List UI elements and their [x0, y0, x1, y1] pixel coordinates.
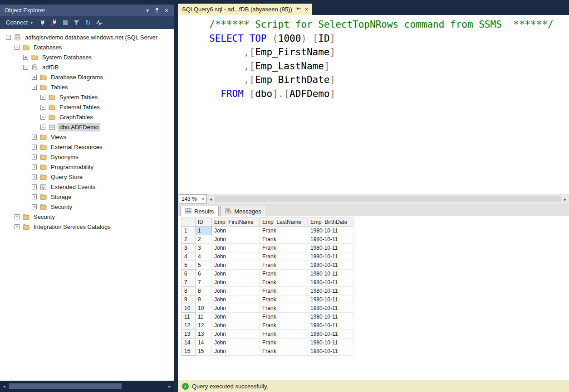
close-icon[interactable]: ×: [162, 6, 171, 15]
scroll-left-icon[interactable]: ◂: [0, 383, 8, 389]
scroll-right-icon[interactable]: ▸: [166, 383, 174, 389]
grid-cell[interactable]: 6: [196, 270, 212, 278]
grid-cell[interactable]: John: [212, 347, 260, 356]
row-number[interactable]: 5: [182, 261, 196, 270]
scrollbar-thumb[interactable]: [9, 383, 122, 389]
grid-cell[interactable]: 1980-10-11: [308, 235, 353, 244]
query-editor[interactable]: /****** Script for SelectTopNRows comman…: [178, 15, 569, 194]
expand-icon[interactable]: +: [40, 125, 45, 130]
expand-icon[interactable]: +: [32, 135, 37, 140]
scrollbar-track[interactable]: [8, 383, 166, 390]
grid-cell[interactable]: John: [212, 252, 260, 261]
connect-plug-icon[interactable]: [39, 19, 47, 27]
grid-cell[interactable]: Frank: [260, 304, 308, 313]
expand-icon[interactable]: +: [15, 224, 20, 229]
grid-cell[interactable]: 11: [196, 313, 212, 321]
row-number[interactable]: 11: [182, 313, 196, 321]
grid-cell[interactable]: 8: [196, 287, 212, 295]
grid-cell[interactable]: John: [212, 287, 260, 295]
row-number[interactable]: 15: [182, 347, 196, 356]
grid-cell[interactable]: John: [212, 313, 260, 321]
row-number[interactable]: 10: [182, 304, 196, 313]
grid-cell[interactable]: 7: [196, 278, 212, 287]
expand-icon[interactable]: +: [15, 214, 20, 219]
filter-icon[interactable]: [73, 19, 81, 27]
refresh-icon[interactable]: ↻: [84, 19, 92, 27]
grid-cell[interactable]: 1980-10-11: [308, 261, 353, 270]
grid-cell[interactable]: John: [212, 295, 260, 304]
tree-item-databases[interactable]: -Databases: [0, 42, 174, 52]
grid-cell[interactable]: Frank: [260, 235, 308, 244]
expand-icon[interactable]: +: [40, 115, 45, 120]
grid-cell[interactable]: Frank: [260, 252, 308, 261]
expand-icon[interactable]: +: [32, 145, 37, 150]
grid-cell[interactable]: 1980-10-11: [308, 270, 353, 278]
collapse-icon[interactable]: -: [23, 65, 28, 70]
grid-cell[interactable]: Frank: [260, 339, 308, 347]
grid-cell[interactable]: Frank: [260, 227, 308, 235]
grid-cell[interactable]: John: [212, 278, 260, 287]
grid-cell[interactable]: Frank: [260, 347, 308, 356]
tree-item-external-tables[interactable]: +External Tables: [0, 102, 174, 112]
grid-cell[interactable]: Frank: [260, 287, 308, 295]
grid-cell[interactable]: John: [212, 304, 260, 313]
expand-icon[interactable]: +: [32, 184, 37, 189]
close-icon[interactable]: ×: [305, 6, 309, 13]
tree-item-adfsqlsrvdemo-database-windows-net-sql-server[interactable]: -adfsqlsrvdemo.database.windows.net (SQL…: [0, 32, 174, 42]
tree-item-security[interactable]: +Security: [0, 212, 174, 222]
tree-item-system-tables[interactable]: +System Tables: [0, 92, 174, 102]
row-number[interactable]: 1: [182, 227, 196, 235]
row-number[interactable]: 14: [182, 339, 196, 347]
grid-cell[interactable]: Frank: [260, 295, 308, 304]
expand-icon[interactable]: +: [23, 55, 28, 60]
tab-sqlquery6[interactable]: SQLQuery6.sql - ad...fDB (ahyaseen (95))…: [178, 4, 312, 15]
grid-cell[interactable]: 1980-10-11: [308, 304, 353, 313]
grid-cell[interactable]: 1980-10-11: [308, 313, 353, 321]
grid-cell[interactable]: 5: [196, 261, 212, 270]
grid-cell[interactable]: 15: [196, 347, 212, 356]
tree-item-tables[interactable]: -Tables: [0, 82, 174, 92]
tree-item-external-resources[interactable]: +External Resources: [0, 142, 174, 152]
row-number[interactable]: 7: [182, 278, 196, 287]
tree-item-graphtables[interactable]: +GraphTables: [0, 112, 174, 122]
grid-corner[interactable]: [182, 218, 196, 227]
row-number[interactable]: 9: [182, 295, 196, 304]
grid-cell[interactable]: 1980-10-11: [308, 321, 353, 330]
row-number[interactable]: 6: [182, 270, 196, 278]
collapse-icon[interactable]: -: [32, 85, 37, 90]
tree-item-integration-services-catalogs[interactable]: +Integration Services Catalogs: [0, 222, 174, 232]
expand-icon[interactable]: +: [32, 165, 37, 169]
zoom-select[interactable]: 143 % ▾: [179, 194, 207, 203]
tree-item-programmability[interactable]: +Programmability: [0, 162, 174, 172]
grid-cell[interactable]: 1980-10-11: [308, 339, 353, 347]
editor-hscrollbar[interactable]: ◂ ▸: [207, 194, 569, 204]
tree-item-security[interactable]: +Security: [0, 202, 174, 212]
grid-cell[interactable]: John: [212, 261, 260, 270]
grid-cell[interactable]: 2: [196, 235, 212, 244]
tree-item-database-diagrams[interactable]: +Database Diagrams: [0, 72, 174, 82]
grid-cell[interactable]: 3: [196, 244, 212, 252]
connect-button[interactable]: Connect ▾: [3, 18, 35, 27]
tree-item-views[interactable]: +Views: [0, 132, 174, 142]
tree-item-storage[interactable]: +Storage: [0, 192, 174, 202]
grid-cell[interactable]: 1980-10-11: [308, 347, 353, 356]
expand-icon[interactable]: +: [32, 75, 37, 80]
grid-cell[interactable]: 1980-10-11: [308, 330, 353, 339]
object-explorer-hscrollbar[interactable]: ◂ ▸: [0, 381, 174, 392]
tree-item-synonyms[interactable]: +Synonyms: [0, 152, 174, 162]
pin-icon[interactable]: [296, 6, 301, 13]
row-number[interactable]: 2: [182, 235, 196, 244]
row-number[interactable]: 12: [182, 321, 196, 330]
grid-cell[interactable]: John: [212, 244, 260, 252]
grid-cell[interactable]: John: [212, 227, 260, 235]
activity-monitor-icon[interactable]: [95, 19, 103, 27]
disconnect-plug-icon[interactable]: [50, 19, 58, 27]
expand-icon[interactable]: +: [40, 95, 45, 100]
grid-cell[interactable]: 1980-10-11: [308, 278, 353, 287]
grid-cell[interactable]: 1980-10-11: [308, 287, 353, 295]
grid-cell[interactable]: 1980-10-11: [308, 244, 353, 252]
expand-icon[interactable]: +: [40, 105, 45, 110]
column-header-emp_lastname[interactable]: Emp_LastName: [260, 218, 308, 227]
row-number[interactable]: 3: [182, 244, 196, 252]
grid-cell[interactable]: 9: [196, 295, 212, 304]
